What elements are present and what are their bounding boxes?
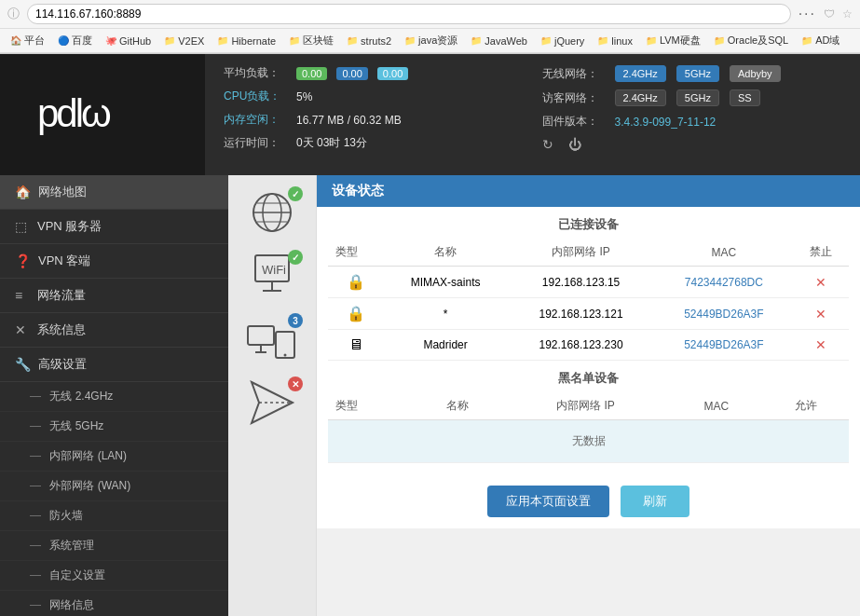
table-row: 🔒 * 192.168.123.121 52449BD26A3F ✕ [328, 298, 849, 330]
col-ip: 内部网络 IP [508, 239, 654, 267]
mac-link[interactable]: 52449BD26A3F [684, 338, 763, 351]
bookmark-ad[interactable]: 📁 AD域 [797, 32, 844, 49]
cpu-label[interactable]: CPU负载： [224, 89, 289, 104]
bookmark-blockchain[interactable]: 📁 区块链 [284, 32, 338, 49]
address-bar: ⓘ 114.116.67.160:8889 ··· 🛡 ☆ [0, 0, 860, 29]
device-name-cell: * [383, 298, 508, 330]
bookmark-label: LVM硬盘 [660, 34, 701, 48]
bookmark-baidu[interactable]: 🔵 百度 [53, 32, 97, 49]
bookmark-platform[interactable]: 🏠 平台 [6, 32, 49, 49]
mem-label[interactable]: 内存空闲： [224, 112, 289, 128]
sidebar-item-vpn-client[interactable]: ❓ VPN 客端 [0, 244, 228, 279]
address-text: 114.116.67.160:8889 [35, 7, 141, 21]
browser-chrome: ⓘ 114.116.67.160:8889 ··· 🛡 ☆ 🏠 平台 🔵 百度 … [0, 0, 860, 54]
globe-icon-wrap[interactable]: ✓ [239, 185, 305, 240]
wifi-24ghz-btn[interactable]: 2.4GHz [615, 65, 666, 82]
monitor-icon: 🖥 [348, 336, 363, 352]
wifi-icon-wrap[interactable]: WiFi ✓ [239, 248, 305, 304]
globe-badge: ✓ [288, 186, 303, 201]
folder-icon: 📁 [714, 35, 725, 46]
col-ip: 内部网络 IP [500, 392, 670, 420]
wifi-5ghz-btn[interactable]: 5GHz [676, 65, 719, 82]
connected-header: 已连接设备 [328, 207, 849, 239]
stats-right: 无线网络： 2.4GHz 5GHz Adbyby 访客网络： 2.4GHz 5G… [542, 65, 842, 164]
refresh-icon[interactable]: ↻ [542, 137, 553, 152]
firmware-row: 固件版本： 3.4.3.9-099_7-11-12 [542, 114, 842, 130]
content-area: 🏠 网络地图 ⬚ VPN 服务器 ❓ VPN 客端 ≡ 网络流量 ✕ 系统信息 … [0, 175, 860, 616]
sub-label: 无线 2.4GHz [49, 390, 113, 403]
device-ban-cell: ✕ [794, 298, 849, 330]
stats-area: 平均负载： 0.00 0.00 0.00 CPU负载： 5% 内存空闲： 16.… [205, 54, 860, 175]
blacklist-header: 黑名单设备 [328, 361, 849, 392]
devices-badge: 3 [288, 313, 303, 328]
avg-load-row: 平均负载： 0.00 0.00 0.00 [224, 65, 524, 81]
sidebar-item-traffic[interactable]: ≡ 网络流量 [0, 279, 228, 313]
sidebar-sub-wireless24[interactable]: — 无线 2.4GHz [0, 382, 228, 412]
more-options-icon[interactable]: ··· [799, 6, 816, 22]
bookmark-javaweb[interactable]: 📁 JavaWeb [466, 34, 532, 48]
guest-ss-btn[interactable]: SS [730, 89, 760, 106]
device-mac-cell[interactable]: 7423442768DC [654, 267, 794, 298]
blacklist-header-row: 类型 名称 内部网络 IP MAC 允许 [328, 392, 849, 420]
sidebar-item-vpn-server[interactable]: ⬚ VPN 服务器 [0, 210, 228, 244]
firmware-version[interactable]: 3.4.3.9-099_7-11-12 [615, 116, 717, 129]
bookmark-linux[interactable]: 📁 linux [593, 34, 637, 48]
svg-rect-10 [248, 326, 274, 345]
bookmark-java[interactable]: 📁 java资源 [400, 32, 462, 49]
mac-link[interactable]: 7423442768DC [685, 276, 763, 289]
sub-label: 外部网络 (WAN) [49, 479, 130, 492]
ban-icon[interactable]: ✕ [815, 307, 826, 322]
bookmark-lvm[interactable]: 📁 LVM硬盘 [641, 32, 705, 49]
bookmark-struts2[interactable]: 📁 struts2 [342, 34, 396, 48]
refresh-button[interactable]: 刷新 [621, 486, 689, 517]
logo: pdlω [28, 82, 177, 148]
apply-button[interactable]: 应用本页面设置 [487, 486, 609, 517]
sidebar-sub-firewall[interactable]: — 防火墙 [0, 501, 228, 531]
bookmark-label: AD域 [815, 34, 840, 48]
guest-5ghz-btn[interactable]: 5GHz [676, 89, 719, 106]
bookmark-label: 百度 [72, 34, 92, 48]
sidebar-label: 系统信息 [37, 322, 86, 338]
sub-label: 内部网络 (LAN) [49, 449, 127, 462]
load-badge-3: 0.00 [377, 67, 408, 80]
bookmark-oracle[interactable]: 📁 Oracle及SQL [709, 32, 793, 49]
sub-label: 防火墙 [49, 509, 83, 522]
address-input[interactable]: 114.116.67.160:8889 [27, 4, 791, 24]
sidebar-sub-custom[interactable]: — 自定义设置 [0, 561, 228, 591]
bookmark-star-icon[interactable]: ☆ [842, 7, 853, 21]
devices-icon-wrap[interactable]: 3 [239, 311, 305, 367]
control-row: ↻ ⏻ [542, 137, 842, 152]
section-header: 设备状态 [317, 175, 860, 207]
uptime-row: 运行时间： 0天 03时 13分 [224, 135, 524, 151]
ban-icon[interactable]: ✕ [815, 337, 826, 352]
bookmark-hibernate[interactable]: 📁 Hibernate [212, 34, 280, 48]
col-type: 类型 [328, 239, 383, 267]
main-container: pdlω 平均负载： 0.00 0.00 0.00 CPU负载： 5% 内存空闲… [0, 54, 860, 616]
sidebar-sub-lan[interactable]: — 内部网络 (LAN) [0, 442, 228, 472]
bookmark-label: V2EX [178, 35, 204, 47]
bookmark-jquery[interactable]: 📁 jQuery [536, 34, 589, 48]
col-mac: MAC [671, 392, 763, 420]
device-ip-cell: 192.168.123.15 [508, 267, 654, 298]
guest-24ghz-btn[interactable]: 2.4GHz [615, 89, 666, 106]
shield-icon: 🛡 [824, 7, 835, 21]
sub-label: 系统管理 [49, 539, 94, 552]
sidebar-item-sysinfo[interactable]: ✕ 系统信息 [0, 313, 228, 348]
sidebar-item-advanced[interactable]: 🔧 高级设置 [0, 348, 228, 382]
paper-plane-icon-wrap[interactable]: ✕ [239, 375, 305, 431]
sidebar-item-network-map[interactable]: 🏠 网络地图 [0, 175, 228, 210]
ban-icon[interactable]: ✕ [815, 275, 826, 290]
sidebar-sub-wan[interactable]: — 外部网络 (WAN) [0, 472, 228, 501]
wifi-adbyby-btn[interactable]: Adbyby [730, 65, 781, 82]
power-icon[interactable]: ⏻ [568, 137, 581, 152]
bookmark-github[interactable]: 🐙 GitHub [101, 34, 156, 48]
mac-link[interactable]: 52449BD26A3F [684, 308, 763, 321]
bookmark-v2ex[interactable]: 📁 V2EX [159, 34, 209, 48]
sidebar-sub-netinfo[interactable]: — 网络信息 [0, 591, 228, 616]
sidebar-sub-sysadmin[interactable]: — 系统管理 [0, 531, 228, 561]
device-type-cell: 🔒 [328, 267, 383, 298]
dash-icon: — [30, 390, 41, 403]
traffic-icon: ≡ [15, 288, 30, 303]
logo-area: pdlω [0, 54, 205, 175]
sidebar-sub-wireless5[interactable]: — 无线 5GHz [0, 412, 228, 442]
